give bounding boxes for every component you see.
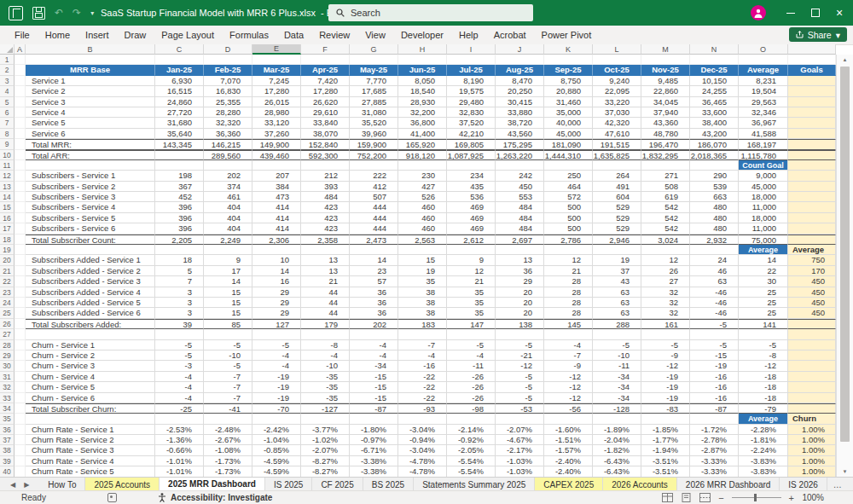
cell-a19[interactable]	[15, 245, 26, 255]
cell-a29[interactable]	[15, 350, 26, 361]
cell-25-mar-25[interactable]: 29	[252, 308, 301, 318]
cell-37-may-25[interactable]: -0.97%	[350, 435, 398, 445]
cell-36-mar-25[interactable]: -2.42%	[252, 425, 301, 435]
cell-19-mar-25[interactable]	[252, 245, 301, 255]
cell-goal-39[interactable]: 1.00%	[788, 456, 836, 466]
cell-38-aug-25[interactable]: -2.17%	[496, 445, 544, 455]
cell-13-jan-25[interactable]: 367	[155, 182, 204, 192]
row-label-total-subscribers-added[interactable]: Total Subscribers Added:	[26, 319, 155, 329]
cell-avg-17[interactable]: 11,000	[739, 223, 788, 234]
cell-38-jul-25[interactable]: -2.05%	[447, 445, 496, 455]
row-header-34[interactable]: 34	[0, 403, 15, 414]
cell-29-may-25[interactable]: -4	[350, 350, 398, 361]
cell-goal-29[interactable]	[788, 350, 836, 361]
cell-32-nov-25[interactable]: -19	[641, 382, 690, 392]
cell-29-apr-25[interactable]: -4	[301, 350, 350, 361]
cell-3-jun-25[interactable]: 8,050	[398, 76, 447, 86]
cell-31-jun-25[interactable]: -22	[398, 372, 447, 382]
cell-31-aug-25[interactable]: -5	[496, 372, 544, 382]
section-badge-count-goal-11[interactable]: Count Goal	[739, 160, 788, 171]
cell-5-oct-25[interactable]: 33,220	[593, 97, 641, 107]
cell-4-may-25[interactable]: 17,685	[350, 86, 398, 96]
cell-34-feb-25[interactable]: -41	[204, 403, 252, 414]
cell-40-apr-25[interactable]: -8.27%	[301, 466, 350, 477]
cell-a32[interactable]	[15, 382, 26, 392]
cell-33-aug-25[interactable]: -5	[496, 393, 544, 403]
column-header-c[interactable]: C	[155, 44, 204, 55]
cell-3-sep-25[interactable]: 8,750	[544, 76, 593, 86]
row-header-35[interactable]: 35	[0, 414, 15, 424]
cell-28-jun-25[interactable]: -7	[398, 340, 447, 350]
cell-19-apr-25[interactable]	[301, 245, 350, 255]
cell-31-nov-25[interactable]: -19	[641, 372, 690, 382]
cell-24-may-25[interactable]: 36	[350, 298, 398, 308]
cell-11-may-25[interactable]	[350, 160, 398, 171]
zoom-out-button[interactable]: −	[718, 493, 723, 503]
cell-21-aug-25[interactable]: 36	[496, 266, 544, 276]
cell-16-sep-25[interactable]: 500	[544, 213, 593, 223]
cell-avg-30[interactable]: -12	[739, 361, 788, 371]
goal-section-label-19[interactable]: Average	[788, 245, 836, 255]
cell-26-sep-25[interactable]: 145	[544, 319, 593, 329]
cell-6-jul-25[interactable]: 32,830	[447, 107, 496, 118]
column-header-m[interactable]: M	[641, 44, 690, 55]
cell-39-dec-25[interactable]: -3.33%	[690, 456, 739, 466]
cell-37-aug-25[interactable]: -4.67%	[496, 435, 544, 445]
cell-goal-10[interactable]	[788, 150, 836, 160]
row-header-2[interactable]: 2	[0, 65, 15, 75]
cell-7-feb-25[interactable]: 32,320	[204, 118, 252, 128]
row-label-total-arr[interactable]: Total ARR:	[26, 150, 155, 160]
cell-11-apr-25[interactable]	[301, 160, 350, 171]
cell-26-mar-25[interactable]: 127	[252, 319, 301, 329]
cell-6-dec-25[interactable]: 33,600	[690, 107, 739, 118]
cell-a35[interactable]	[15, 414, 26, 424]
cell-20-feb-25[interactable]: 9	[204, 255, 252, 265]
cell-34-jul-25[interactable]: -98	[447, 403, 496, 414]
cell-24-sep-25[interactable]: 28	[544, 298, 593, 308]
cell-goal-31[interactable]	[788, 372, 836, 382]
cell-goal-12[interactable]	[788, 171, 836, 181]
cell-7-mar-25[interactable]: 33,120	[252, 118, 301, 128]
cell-11-jul-25[interactable]	[447, 160, 496, 171]
cell-28-aug-25[interactable]: -5	[496, 340, 544, 350]
share-button[interactable]: Share ▾	[789, 27, 847, 42]
cell-21-feb-25[interactable]: 17	[204, 266, 252, 276]
cell-4-jul-25[interactable]: 19,575	[447, 86, 496, 96]
cell-a36[interactable]	[15, 425, 26, 435]
row-header-39[interactable]: 39	[0, 456, 15, 466]
cell-goal-3[interactable]	[788, 76, 836, 86]
cell-31-may-25[interactable]: -15	[350, 372, 398, 382]
cell-24-mar-25[interactable]: 29	[252, 298, 301, 308]
cell-16-jan-25[interactable]: 396	[155, 213, 204, 223]
row-header-15[interactable]: 15	[0, 202, 15, 212]
cell-10-feb-25[interactable]: 289,560	[204, 150, 252, 160]
row-header-23[interactable]: 23	[0, 287, 15, 298]
cell-goal-9[interactable]	[788, 139, 836, 149]
cell-40-mar-25[interactable]: -4.59%	[252, 466, 301, 477]
cell-25-aug-25[interactable]: 20	[496, 308, 544, 318]
cell-29-jan-25[interactable]: -5	[155, 350, 204, 361]
cell-goal-13[interactable]	[788, 182, 836, 192]
cell-26-dec-25[interactable]: -5	[690, 319, 739, 329]
cell-1-jun-25[interactable]	[398, 55, 447, 65]
cell-31-mar-25[interactable]: -19	[252, 372, 301, 382]
cell-6-oct-25[interactable]: 37,030	[593, 107, 641, 118]
row-label-service-6[interactable]: Service 6	[26, 129, 155, 139]
cell-37-nov-25[interactable]: -1.77%	[641, 435, 690, 445]
cell-a14[interactable]	[15, 192, 26, 202]
cell-1-dec-25[interactable]	[690, 55, 739, 65]
cell-37-mar-25[interactable]: -1.04%	[252, 435, 301, 445]
page-break-view-button[interactable]	[699, 493, 711, 502]
cell-21-dec-25[interactable]: 46	[690, 266, 739, 276]
cell-13-dec-25[interactable]: 539	[690, 182, 739, 192]
cell-12-aug-25[interactable]: 242	[496, 171, 544, 181]
cell-34-may-25[interactable]: -87	[350, 403, 398, 414]
cell-39-jul-25[interactable]: -5.54%	[447, 456, 496, 466]
undo-icon[interactable]: ↶	[55, 0, 63, 26]
cell-avg-8[interactable]: 41,588	[739, 129, 788, 139]
column-header-e[interactable]: E	[252, 44, 301, 55]
cell-37-jun-25[interactable]: -0.94%	[398, 435, 447, 445]
cell-21-oct-25[interactable]: 37	[593, 266, 641, 276]
cell-9-apr-25[interactable]: 152,840	[301, 139, 350, 149]
cell-18-aug-25[interactable]: 2,697	[496, 235, 544, 245]
